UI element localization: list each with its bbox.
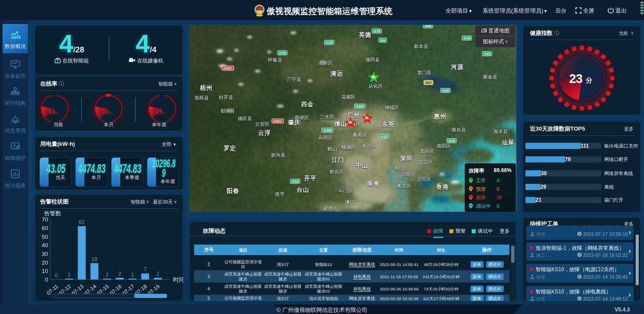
svg-text:0: 0 <box>45 276 48 283</box>
svg-text:30: 30 <box>42 251 48 257</box>
svg-text:时间: 时间 <box>173 276 184 283</box>
svg-text:60: 60 <box>42 225 48 231</box>
svg-text:10: 10 <box>42 268 48 274</box>
svg-text:告警数: 告警数 <box>44 210 61 217</box>
svg-text:40: 40 <box>42 242 48 248</box>
svg-text:20: 20 <box>42 259 48 266</box>
svg-text:14%: 14% <box>48 108 59 115</box>
svg-text:10%: 10% <box>102 108 112 115</box>
svg-text:0: 0 <box>55 273 58 279</box>
svg-text:25%: 25% <box>156 108 166 115</box>
svg-text:1: 1 <box>68 272 71 278</box>
svg-text:19: 19 <box>91 256 97 262</box>
svg-text:1: 1 <box>106 272 109 278</box>
svg-text:50: 50 <box>42 234 48 240</box>
svg-text:2: 2 <box>118 271 122 277</box>
svg-text:23: 23 <box>569 72 583 86</box>
svg-text:1: 1 <box>131 272 134 278</box>
svg-text:62: 62 <box>79 219 85 225</box>
svg-text:7: 7 <box>144 266 147 273</box>
svg-text:2: 2 <box>157 271 160 277</box>
svg-text:分: 分 <box>585 76 592 84</box>
svg-text:70: 70 <box>42 216 48 223</box>
